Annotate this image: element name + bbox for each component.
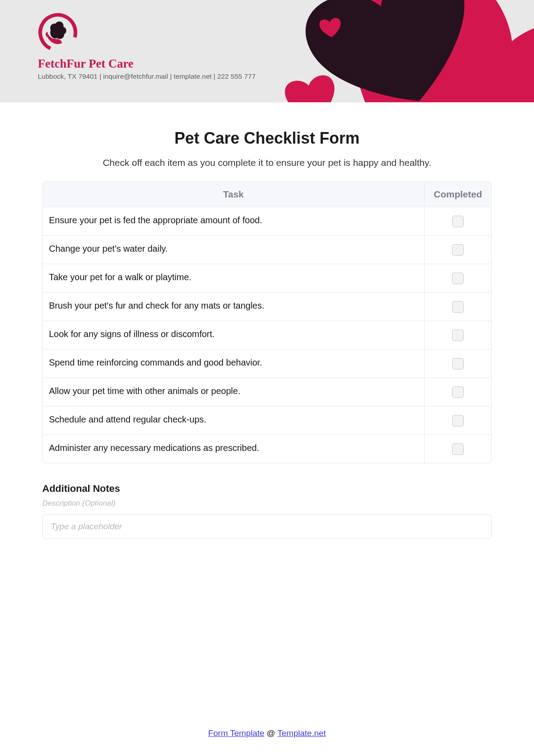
- hearts-decoration: [249, 0, 534, 102]
- footer-link-template-net[interactable]: Template.net: [278, 728, 326, 738]
- table-row: Schedule and attend regular check-ups.: [43, 406, 491, 434]
- checklist-table: Task Completed Ensure your pet is fed th…: [42, 181, 492, 463]
- checkbox[interactable]: [452, 443, 464, 455]
- checkbox[interactable]: [452, 358, 464, 370]
- completed-cell: [425, 264, 491, 292]
- checkbox[interactable]: [452, 216, 464, 227]
- completed-cell: [425, 236, 491, 264]
- table-row: Allow your pet time with other animals o…: [43, 378, 491, 406]
- completed-cell: [425, 378, 491, 406]
- column-header-task: Task: [43, 182, 425, 207]
- header-bar: FetchFur Pet Care Lubbock, TX 79401 | in…: [0, 0, 534, 102]
- task-cell: Ensure your pet is fed the appropriate a…: [43, 207, 425, 235]
- checkbox[interactable]: [452, 273, 464, 284]
- task-cell: Spend time reinforcing commands and good…: [43, 350, 425, 378]
- table-row: Change your pet's water daily.: [43, 235, 491, 264]
- completed-cell: [425, 321, 491, 349]
- task-cell: Change your pet's water daily.: [43, 236, 425, 264]
- task-cell: Schedule and attend regular check-ups.: [43, 406, 425, 434]
- task-cell: Take your pet for a walk or playtime.: [43, 264, 425, 292]
- checkbox[interactable]: [452, 386, 464, 398]
- footer-separator: @: [264, 728, 278, 738]
- completed-cell: [425, 406, 491, 434]
- task-cell: Look for any signs of illness or discomf…: [43, 321, 425, 349]
- contact-line: Lubbock, TX 79401 | inquire@fetchfur.mai…: [38, 72, 255, 80]
- notes-section: Additional Notes Description (Optional): [42, 483, 492, 539]
- footer: Form Template @ Template.net: [0, 728, 534, 738]
- notes-input[interactable]: [42, 514, 492, 539]
- table-row: Spend time reinforcing commands and good…: [43, 349, 491, 378]
- intro-text: Check off each item as you complete it t…: [42, 157, 492, 168]
- page-title: Pet Care Checklist Form: [42, 129, 492, 148]
- task-cell: Brush your pet's fur and check for any m…: [43, 293, 425, 321]
- checkbox[interactable]: [452, 301, 464, 313]
- task-cell: Administer any necessary medications as …: [43, 435, 425, 463]
- column-header-completed: Completed: [425, 182, 491, 207]
- table-row: Brush your pet's fur and check for any m…: [43, 292, 491, 321]
- completed-cell: [425, 207, 491, 235]
- table-row: Look for any signs of illness or discomf…: [43, 321, 491, 349]
- checkbox[interactable]: [452, 330, 464, 341]
- brand-name: FetchFur Pet Care: [38, 57, 255, 71]
- table-row: Take your pet for a walk or playtime.: [43, 264, 491, 292]
- notes-title: Additional Notes: [42, 483, 492, 495]
- task-cell: Allow your pet time with other animals o…: [43, 378, 425, 406]
- table-header: Task Completed: [43, 182, 491, 207]
- completed-cell: [425, 293, 491, 321]
- main-content: Pet Care Checklist Form Check off each i…: [0, 102, 534, 539]
- table-row: Ensure your pet is fed the appropriate a…: [43, 207, 491, 235]
- table-row: Administer any necessary medications as …: [43, 434, 491, 463]
- completed-cell: [425, 350, 491, 378]
- footer-link-form-template[interactable]: Form Template: [208, 728, 264, 738]
- checkbox[interactable]: [452, 244, 464, 256]
- notes-description: Description (Optional): [42, 499, 492, 508]
- logo-block: FetchFur Pet Care Lubbock, TX 79401 | in…: [38, 12, 255, 80]
- checkbox[interactable]: [452, 415, 464, 426]
- completed-cell: [425, 435, 491, 463]
- logo-icon: [38, 12, 78, 52]
